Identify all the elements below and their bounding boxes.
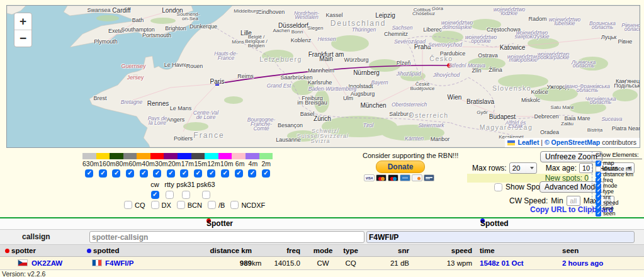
show-element-checkbox[interactable]	[596, 211, 601, 217]
map-attribution: Leaflet | © OpenStreetMap contributors	[505, 138, 640, 147]
band-checkboxes	[82, 169, 273, 178]
band-label: 30m	[155, 160, 168, 167]
col-snr: snr	[378, 245, 409, 256]
band-checkbox[interactable]	[248, 169, 256, 178]
cw-speed-min-label: Min	[551, 196, 563, 205]
band-checkbox[interactable]	[194, 169, 202, 178]
map[interactable]: SwanseaCardiffLondonSouthend-on-SeaBathE…	[6, 5, 640, 148]
cw-speed-min-input[interactable]	[567, 196, 580, 206]
spotted-callsign-link[interactable]: F4WFI/P	[105, 257, 133, 269]
map-zoom-control: + −	[14, 13, 32, 47]
osm-link[interactable]: © OpenStreetMap	[545, 138, 600, 146]
land-england	[64, 6, 196, 47]
mode-label: psk31	[176, 181, 195, 188]
freq-value: 14015.0	[271, 257, 300, 269]
show-element-checkbox[interactable]	[596, 161, 601, 166]
map-zoom-out-button[interactable]: −	[14, 30, 31, 47]
max-age-label: Max age:	[546, 164, 577, 172]
map-canvas	[7, 6, 640, 147]
col-type: type	[338, 245, 363, 256]
band-checkbox[interactable]	[153, 169, 161, 178]
band-label: 15m	[194, 160, 207, 167]
band-color-swatch	[137, 153, 150, 159]
band-checkbox[interactable]	[262, 169, 270, 178]
show-spotters-checkbox[interactable]	[494, 183, 502, 191]
band-label: 17m	[181, 160, 195, 167]
seen-link[interactable]: 2 hours ago	[562, 257, 603, 269]
type-label: /B	[218, 201, 225, 209]
time-link[interactable]: 1548z 01 Oct	[480, 257, 524, 269]
show-element-checkbox[interactable]	[596, 172, 601, 178]
band-color-swatch	[178, 153, 191, 159]
mode-checkbox[interactable]	[182, 191, 190, 199]
discover-card-icon	[412, 174, 422, 181]
col-spotted: spotted	[93, 245, 120, 256]
band-checkbox[interactable]	[180, 169, 188, 178]
band-checkbox[interactable]	[207, 169, 215, 178]
spotter-marker	[448, 64, 452, 68]
type-label: BCN	[188, 201, 202, 209]
controls-separator	[592, 151, 592, 213]
col-speed: speed	[439, 245, 472, 256]
band-checkbox[interactable]	[221, 169, 229, 178]
show-element-checkbox[interactable]	[596, 178, 601, 183]
band-label: 40m	[142, 160, 155, 167]
type-value: CQ	[338, 257, 363, 269]
spotter-callsign-input[interactable]	[89, 231, 364, 243]
show-element-checkbox[interactable]	[596, 205, 601, 211]
spot-table-row: OK2ZAW F4WFI/P 989 km 14015.0 CW CQ 21 d…	[0, 257, 644, 270]
band-checkbox[interactable]	[99, 169, 107, 178]
advanced-mode-button[interactable]: Advanced Mode	[539, 181, 604, 193]
map-zoom-in-button[interactable]: +	[14, 13, 31, 30]
band-checkbox[interactable]	[167, 169, 175, 178]
band-color-swatch	[232, 153, 246, 159]
band-label: 80m	[116, 160, 129, 167]
amex-card-icon	[400, 174, 410, 181]
type-checkbox[interactable]	[208, 201, 216, 209]
show-element-row: seen	[596, 211, 642, 217]
band-checkbox[interactable]	[85, 169, 93, 178]
band-labels: 630m160m80m60m40m30m20m17m15m12m10m6m4m2…	[82, 160, 273, 167]
unfreeze-zoom-button[interactable]: Unfreeze Zoom	[540, 151, 602, 162]
max-rows-select[interactable]: 20	[509, 162, 537, 174]
attribution-contributors: contributors	[602, 138, 636, 146]
band-color-swatch	[191, 153, 205, 159]
band-label: 4m	[247, 160, 260, 167]
mc-card-icon	[376, 174, 387, 181]
speed-value: 13 wpm	[439, 257, 472, 269]
show-element-checkbox[interactable]	[596, 183, 601, 189]
spotter-callsign-link[interactable]: OK2ZAW	[31, 257, 62, 269]
leaflet-link[interactable]: Leaflet	[518, 138, 539, 146]
band-checkbox[interactable]	[112, 169, 120, 178]
band-color-swatch	[150, 153, 164, 159]
band-color-swatch	[96, 153, 110, 159]
col-spotter: spotter	[11, 245, 36, 256]
max-rows-label: Max rows:	[472, 164, 507, 172]
band-checkbox[interactable]	[126, 169, 134, 178]
max-age-input[interactable]	[579, 163, 593, 173]
show-elements-list: mapdistance midistance kmfreqmodetypesnr…	[596, 161, 642, 217]
mode-checkbox[interactable]	[202, 191, 210, 199]
snr-value: 21 dB	[378, 257, 409, 269]
show-element-checkbox[interactable]	[596, 194, 601, 200]
donate-button[interactable]: Donate	[376, 161, 425, 173]
payment-card-icons: VISA	[364, 174, 434, 181]
band-checkbox[interactable]	[235, 169, 243, 178]
type-checkbox[interactable]	[177, 201, 185, 209]
band-color-strip	[82, 153, 273, 159]
mode-checkbox[interactable]	[166, 191, 174, 199]
cw-speed-label: CW Speed:	[509, 196, 548, 205]
show-element-checkbox[interactable]	[596, 188, 601, 194]
band-checkbox[interactable]	[140, 169, 148, 178]
mode-checkbox[interactable]	[151, 191, 159, 199]
type-checkbox[interactable]	[124, 201, 132, 209]
show-element-checkbox[interactable]	[596, 200, 601, 205]
mode-checkboxes	[147, 191, 217, 199]
type-checkbox[interactable]	[230, 201, 239, 209]
spotted-marker	[215, 82, 219, 86]
echeck-card-icon	[424, 174, 434, 181]
band-label: 12m	[207, 160, 220, 167]
spotted-callsign-input[interactable]	[366, 231, 635, 243]
show-element-checkbox[interactable]	[596, 166, 601, 172]
type-checkbox[interactable]	[151, 201, 159, 209]
